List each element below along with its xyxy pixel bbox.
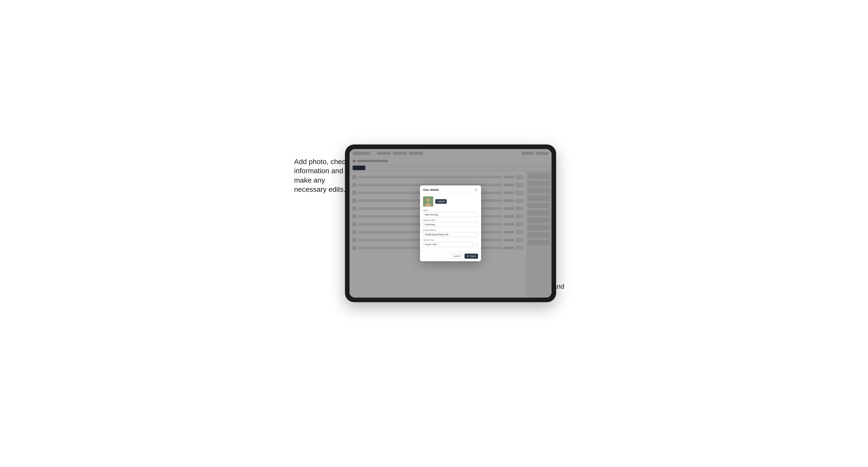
modal-title: User details [423,188,439,191]
modal-header: User details × [420,185,481,194]
cancel-button[interactable]: Cancel [450,254,463,259]
name-label: Name [423,209,478,211]
display-name-input[interactable] [423,222,478,227]
tablet-screen: User details × [349,149,552,298]
annotation-left-text: Add photo, check information and make an… [294,158,349,193]
school-year-field-group: School Year Fourth Year First Year Secon… [423,239,478,247]
scene: Add photo, check information and make an… [294,137,574,330]
school-year-select[interactable]: Fourth Year First Year Second Year Third… [423,242,478,247]
modal-close-button[interactable]: × [474,188,478,191]
modal-body: Upload Name Display name [420,194,481,251]
display-name-field-group: Display name [423,219,478,227]
save-button[interactable]: ⬆ Save [465,254,478,259]
save-btn-label: Save [470,255,475,257]
tablet-device: User details × [345,145,556,302]
display-name-label: Display name [423,219,478,221]
profile-photo-thumb [423,196,433,207]
photo-section: Upload [423,196,478,207]
school-year-select-wrapper: Fourth Year First Year Second Year Third… [423,242,478,247]
save-icon: ⬆ [467,255,469,257]
email-input[interactable] [423,232,478,237]
name-field-group: Name [423,209,478,217]
email-label: Email address [423,229,478,231]
annotation-left: Add photo, check information and make an… [294,157,350,194]
name-input[interactable] [423,212,478,217]
modal-overlay: User details × [349,149,552,298]
user-details-modal: User details × [420,185,481,261]
modal-footer: Cancel ⬆ Save [420,251,481,261]
upload-photo-button[interactable]: Upload [435,199,447,204]
school-year-label: School Year [423,239,478,241]
photo-thumb-inner [423,196,433,207]
svg-point-3 [426,198,430,202]
email-field-group: Email address [423,229,478,237]
person-silhouette [423,196,433,207]
